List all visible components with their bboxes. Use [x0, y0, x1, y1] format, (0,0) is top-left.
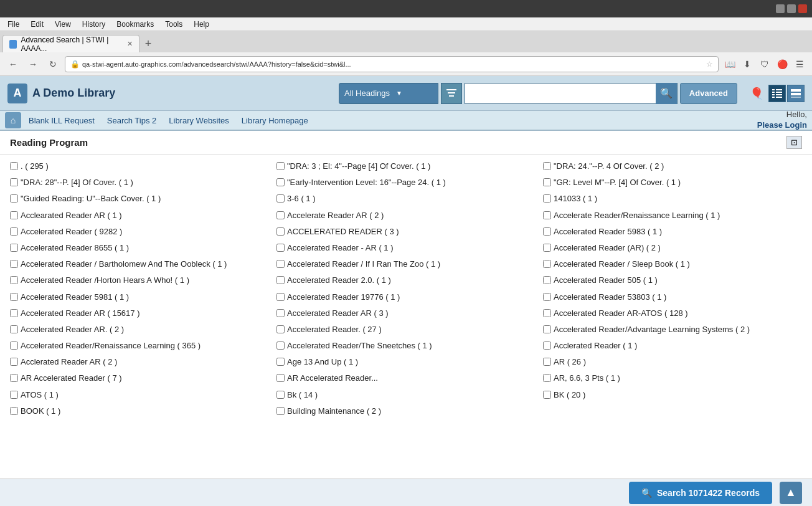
checkbox-input[interactable] — [543, 358, 551, 366]
extension1-icon[interactable]: 🛡 — [757, 57, 772, 72]
checkbox-input[interactable] — [10, 227, 18, 236]
back-button[interactable]: ← — [5, 56, 21, 72]
checkbox-input[interactable] — [276, 276, 285, 284]
menu-history[interactable]: History — [77, 19, 110, 30]
checkbox-input[interactable] — [276, 309, 285, 317]
checkbox-input[interactable] — [543, 309, 551, 317]
checkbox-input[interactable] — [276, 374, 285, 382]
checkbox-input[interactable] — [10, 178, 18, 186]
checkbox-input[interactable] — [543, 293, 551, 301]
checkbox-label[interactable]: Accelerated Reader/Renaissance Learning … — [21, 340, 201, 351]
checkbox-input[interactable] — [10, 325, 18, 333]
checkbox-input[interactable] — [10, 211, 18, 219]
checkbox-input[interactable] — [10, 260, 18, 268]
checkbox-label[interactable]: Accelerated Reader AR-ATOS ( 128 ) — [554, 308, 688, 319]
checkbox-input[interactable] — [10, 341, 18, 350]
heading-select[interactable]: All Headings ▼ — [339, 83, 438, 104]
detail-view-button[interactable] — [787, 85, 805, 102]
checkbox-label[interactable]: BOOK ( 1 ) — [21, 406, 60, 417]
extension2-icon[interactable]: 🔴 — [775, 57, 790, 72]
checkbox-label[interactable]: Accelerated Reader AR. ( 2 ) — [21, 324, 124, 335]
checkbox-label[interactable]: AR, 6.6, 3 Pts ( 1 ) — [554, 373, 620, 384]
checkbox-label[interactable]: AR Accelerated Reader... — [287, 373, 378, 384]
checkbox-label[interactable]: AR Accelerated Reader ( 7 ) — [21, 373, 122, 384]
checkbox-label[interactable]: Accelerated Reader AR ( 3 ) — [287, 308, 389, 319]
checkbox-label[interactable]: "GR: Level M"--P. [4] Of Cover. ( 1 ) — [554, 177, 681, 188]
menu-tools[interactable]: Tools — [160, 19, 187, 30]
checkbox-label[interactable]: Accelerated Reader / Bartholomew And The… — [21, 259, 227, 270]
browser-tab[interactable]: Advanced Search | STWI | AAAA... ✕ — [2, 35, 139, 52]
checkbox-label[interactable]: ATOS ( 1 ) — [21, 389, 59, 401]
checkbox-label[interactable]: "DRA: 3 ; El: 4"--Page [4] Of Cover. ( 1… — [287, 161, 430, 172]
checkbox-input[interactable] — [10, 194, 18, 203]
minimize-button[interactable] — [776, 4, 785, 13]
checkbox-label[interactable]: "DRA: 28"--P. [4] Of Cover. ( 1 ) — [21, 177, 133, 188]
checkbox-input[interactable] — [276, 407, 285, 415]
search-go-button[interactable]: 🔍 — [656, 83, 677, 104]
checkbox-label[interactable]: Accelerated Reader AR ( 15617 ) — [21, 308, 140, 319]
checkbox-input[interactable] — [10, 374, 18, 382]
checkbox-input[interactable] — [10, 391, 18, 399]
list-view-button[interactable] — [768, 85, 786, 102]
menu-file[interactable]: File — [2, 19, 24, 30]
checkbox-label[interactable]: Accelerated Reader - AR ( 1 ) — [287, 242, 394, 254]
checkbox-label[interactable]: AR ( 26 ) — [554, 356, 586, 368]
checkbox-input[interactable] — [276, 260, 285, 268]
export-button[interactable]: ⊡ — [786, 136, 802, 149]
checkbox-label[interactable]: Accelerated Reader 8655 ( 1 ) — [21, 242, 129, 254]
checkbox-label[interactable]: Accelerated Reader ( 9282 ) — [21, 226, 122, 237]
checkbox-label[interactable]: Acclerated Reader ( 1 ) — [554, 340, 637, 351]
search-input[interactable] — [465, 88, 656, 98]
checkbox-input[interactable] — [276, 162, 285, 170]
checkbox-label[interactable]: Accelerated Reader 53803 ( 1 ) — [554, 292, 666, 303]
checkbox-label[interactable]: Accelerated Reader 5983 ( 1 ) — [554, 226, 662, 237]
home-button[interactable]: ⌂ — [5, 112, 21, 128]
reader-icon[interactable]: 📖 — [722, 57, 737, 72]
checkbox-label[interactable]: Accelerated Reader. ( 27 ) — [287, 324, 382, 335]
checkbox-input[interactable] — [10, 162, 18, 170]
checkbox-label[interactable]: Accelerated Reader/The Sneetches ( 1 ) — [287, 340, 432, 351]
checkbox-label[interactable]: 141033 ( 1 ) — [554, 193, 597, 204]
nav-library-homepage[interactable]: Library Homepage — [237, 115, 313, 126]
checkbox-label[interactable]: Accelerated Reader 19776 ( 1 ) — [287, 292, 400, 303]
checkbox-input[interactable] — [276, 211, 285, 219]
checkbox-label[interactable]: Accelerated Reader 5981 ( 1 ) — [21, 292, 129, 303]
checkbox-input[interactable] — [276, 358, 285, 366]
address-bar[interactable]: 🔒 qa-stwi-agent.auto-graphics.com/advanc… — [65, 56, 719, 72]
checkbox-label[interactable]: Accelerated Reader / Sleep Book ( 1 ) — [554, 259, 690, 270]
checkbox-input[interactable] — [543, 391, 551, 399]
checkbox-input[interactable] — [276, 178, 285, 186]
menu-edit[interactable]: Edit — [26, 19, 49, 30]
checkbox-input[interactable] — [543, 374, 551, 382]
menu-bookmarks[interactable]: Bookmarks — [111, 19, 159, 30]
checkbox-label[interactable]: . ( 295 ) — [21, 161, 49, 172]
checkbox-label[interactable]: "Early-Intervention Level: 16"--Page 24.… — [287, 177, 446, 188]
filter-icon[interactable] — [441, 83, 462, 104]
checkbox-input[interactable] — [543, 227, 551, 236]
checkbox-label[interactable]: ACCELERATED READER ( 3 ) — [287, 226, 399, 237]
checkbox-label[interactable]: Accelerated Reader 2.0. ( 1 ) — [287, 275, 391, 286]
checkbox-label[interactable]: "DRA: 24."--P. 4 Of Cover. ( 2 ) — [554, 161, 664, 172]
checkbox-label[interactable]: Age 13 And Up ( 1 ) — [287, 356, 358, 368]
checkbox-input[interactable] — [276, 227, 285, 236]
checkbox-input[interactable] — [276, 293, 285, 301]
checkbox-input[interactable] — [543, 178, 551, 186]
checkbox-input[interactable] — [543, 244, 551, 252]
checkbox-input[interactable] — [276, 325, 285, 333]
checkbox-label[interactable]: Accelerated Reader 505 ( 1 ) — [554, 275, 658, 286]
menu-help[interactable]: Help — [189, 19, 214, 30]
checkbox-input[interactable] — [276, 341, 285, 350]
checkbox-label[interactable]: Accelerate Reader AR ( 2 ) — [287, 210, 384, 221]
scroll-top-button[interactable]: ▲ — [780, 482, 802, 504]
search-records-button[interactable]: 🔍 Search 1071422 Records — [629, 482, 772, 504]
checkbox-input[interactable] — [543, 162, 551, 170]
checkbox-input[interactable] — [276, 194, 285, 203]
new-tab-button[interactable]: + — [139, 35, 157, 52]
bookmark-icon[interactable]: ☆ — [706, 60, 713, 69]
checkbox-input[interactable] — [543, 211, 551, 219]
checkbox-label[interactable]: Accelerate Reader/Renaissance Learning (… — [554, 210, 720, 221]
checkbox-label[interactable]: BK ( 20 ) — [554, 389, 585, 401]
checkbox-input[interactable] — [543, 341, 551, 350]
checkbox-input[interactable] — [10, 293, 18, 301]
checkbox-input[interactable] — [543, 260, 551, 268]
